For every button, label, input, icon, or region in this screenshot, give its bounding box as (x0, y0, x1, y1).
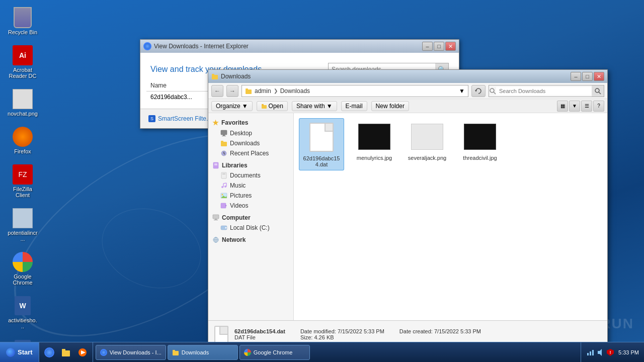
sidebar-music-label: Music (230, 182, 246, 189)
file-item-threadcivil[interactable]: threadcivil.jpg (457, 118, 503, 170)
desktop-icon-novchat[interactable]: novchat.png (5, 86, 40, 119)
libraries-section: Libraries Documents Music Pictures (208, 160, 293, 211)
chrome-label: Google Chrome (8, 274, 38, 286)
downloads-title-bar: Downloads – □ ✕ (208, 70, 607, 83)
ie-maximize-button[interactable]: □ (434, 42, 444, 51)
videos-icon (220, 202, 227, 209)
acrobat-label: Acrobat Reader DC (8, 67, 38, 79)
explorer-icon (61, 347, 71, 357)
downloads-window: Downloads – □ ✕ ← → admin ❯ Downloads ▼ (208, 69, 608, 348)
taskbar-folder-icon (172, 349, 179, 356)
file-item-dat[interactable]: 62d196dabc154.dat (299, 118, 344, 170)
email-button[interactable]: E-mail (341, 101, 367, 111)
downloads-body: ★ Favorites Desktop Downloads Recent Pla… (208, 113, 607, 320)
view-mode-button[interactable]: ▦ (557, 101, 568, 112)
view-details-button[interactable]: ☰ (581, 101, 592, 112)
firefox-icon (13, 127, 33, 147)
svg-rect-48 (62, 349, 65, 351)
svg-rect-39 (215, 219, 217, 220)
potentialincr-label: potentialincr... (8, 230, 38, 242)
shield-tray-icon[interactable]: ! (606, 348, 614, 356)
taskbar-media-icon[interactable] (75, 345, 90, 360)
sidebar-item-videos[interactable]: Videos (208, 201, 293, 211)
network-tray-icon[interactable] (586, 348, 594, 356)
sidebar-item-recent-places[interactable]: Recent Places (208, 148, 293, 158)
svg-rect-26 (221, 172, 226, 178)
sidebar-item-music[interactable]: Music (208, 180, 293, 191)
start-button[interactable]: Start (0, 342, 39, 362)
ie-close-button[interactable]: ✕ (445, 42, 456, 51)
downloads-close-button[interactable]: ✕ (594, 72, 604, 81)
novchat-icon (13, 89, 33, 109)
taskbar-downloads-window-btn[interactable]: Downloads (168, 345, 238, 360)
open-button[interactable]: Open (257, 101, 288, 111)
recycle-bin-label: Recycle Bin (8, 29, 37, 35)
new-folder-button[interactable]: New folder (371, 101, 409, 111)
address-dropdown-arrow[interactable]: ▼ (459, 87, 465, 95)
volume-tray-icon[interactable] (596, 348, 604, 356)
forward-button[interactable]: → (226, 85, 238, 97)
file-item-menulyrics[interactable]: menulyrics.jpg (352, 118, 397, 170)
downloads-search-input[interactable] (496, 87, 592, 95)
threadcivil-label: threadcivil.jpg (463, 155, 497, 161)
svg-rect-19 (221, 141, 223, 142)
desktop: Recycle Bin Ai Acrobat Reader DC novchat… (0, 0, 644, 362)
svg-rect-4 (212, 75, 218, 79)
dat-file-icon (305, 121, 338, 153)
status-filename-block: 62d196dabc154.dat DAT File (234, 328, 285, 340)
downloads-minimize-button[interactable]: – (571, 72, 581, 81)
svg-rect-6 (246, 89, 252, 94)
address-bar[interactable]: admin ❯ Downloads ▼ (242, 85, 468, 97)
status-dates-block: Date modified: 7/15/2022 5:33 PM Size: 4… (300, 328, 384, 340)
downloads-search-button[interactable] (592, 85, 604, 97)
status-file-icon (213, 326, 229, 342)
file-item-severaljack[interactable]: severaljack.png (405, 118, 450, 170)
downloads-menu-bar: Organize ▼ Open Share with ▼ E-mail New … (208, 99, 607, 113)
filezilla-label: FileZilla Client (8, 186, 38, 198)
status-date-modified: 7/15/2022 5:33 PM (338, 328, 384, 334)
breadcrumb-admin[interactable]: admin (255, 87, 271, 95)
back-button[interactable]: ← (211, 85, 223, 97)
help-button[interactable]: ? (593, 101, 604, 112)
svg-rect-36 (221, 203, 226, 208)
documents-icon (220, 172, 227, 179)
taskbar-ie-icon[interactable] (42, 345, 57, 360)
sidebar-item-documents[interactable]: Documents (208, 170, 293, 180)
svg-rect-5 (212, 74, 214, 75)
downloads-maximize-button[interactable]: □ (582, 72, 593, 81)
status-filetype: DAT File (234, 334, 256, 340)
organize-button[interactable]: Organize ▼ (211, 101, 253, 111)
svg-rect-13 (262, 105, 267, 109)
breadcrumb-downloads[interactable]: Downloads (280, 87, 310, 95)
ie-minimize-button[interactable]: – (422, 42, 433, 51)
open-icon (261, 103, 267, 109)
file-area: 62d196dabc154.dat menulyrics.jpg several… (294, 113, 607, 320)
favorites-star-icon: ★ (212, 119, 219, 127)
sidebar-item-local-disk[interactable]: Local Disk (C:) (208, 223, 293, 233)
svg-marker-37 (225, 205, 227, 207)
smartscreen-label[interactable]: SmartScreen Filte... (158, 115, 211, 122)
desktop-icon-firefox[interactable]: Firefox (5, 124, 40, 157)
sidebar-item-downloads[interactable]: Downloads (208, 138, 293, 148)
ie-title-bar: View Downloads - Internet Explorer – □ ✕ (140, 40, 459, 53)
sidebar-item-desktop[interactable]: Desktop (208, 128, 293, 138)
refresh-button[interactable] (471, 85, 486, 97)
network-header[interactable]: Network (208, 235, 293, 245)
taskbar-explorer-icon[interactable] (58, 345, 73, 360)
sidebar-item-pictures[interactable]: Pictures (208, 191, 293, 201)
desktop-icon-filezilla[interactable]: FZ FileZilla Client (5, 162, 40, 201)
taskbar-ie-window-btn[interactable]: View Downloads - I... (96, 345, 166, 360)
desktop-icon-recycle-bin[interactable]: Recycle Bin (5, 5, 40, 38)
status-size-label: Size: (300, 334, 312, 340)
desktop-icon-activitiesho[interactable]: W activitiesho... (5, 293, 40, 332)
desktop-icon-acrobat[interactable]: Ai Acrobat Reader DC (5, 43, 40, 81)
desktop-icons-area: Recycle Bin Ai Acrobat Reader DC novchat… (0, 0, 45, 362)
taskbar-chrome-btn[interactable]: Google Chrome (239, 345, 310, 360)
view-dropdown-button[interactable]: ▼ (569, 101, 580, 112)
svg-point-34 (222, 194, 223, 196)
desktop-icon-potentialincr[interactable]: potentialincr... (5, 206, 40, 244)
sidebar-pictures-label: Pictures (230, 192, 252, 199)
share-with-button[interactable]: Share with ▼ (292, 101, 337, 111)
ie-title-text: View Downloads - Internet Explorer (143, 42, 249, 50)
desktop-icon-chrome[interactable]: Google Chrome (5, 249, 40, 288)
